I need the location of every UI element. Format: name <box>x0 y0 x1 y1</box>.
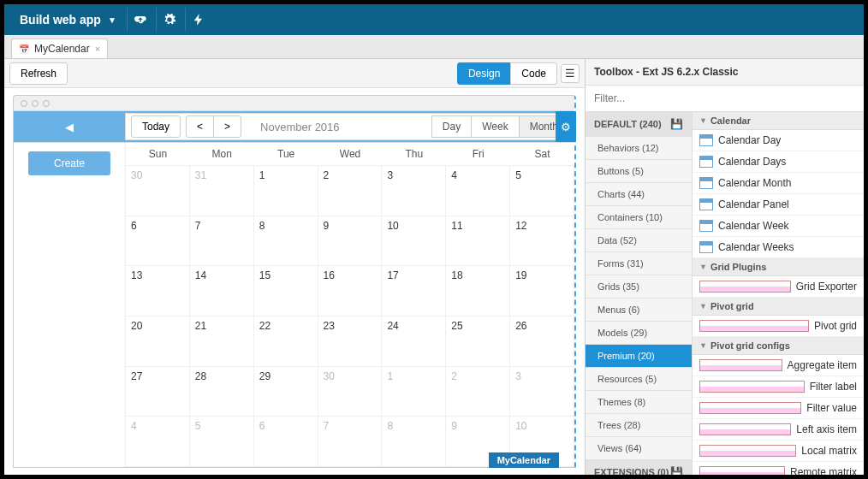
design-button[interactable]: Design <box>457 62 511 85</box>
day-cell[interactable]: 30 <box>318 367 383 417</box>
day-cell[interactable]: 12 <box>510 216 574 266</box>
category-item[interactable]: Themes (8) <box>586 391 692 414</box>
group-header[interactable]: ▼Calendar <box>693 112 864 130</box>
day-cell[interactable]: 3 <box>510 367 574 417</box>
day-cell[interactable]: 18 <box>446 266 510 316</box>
category-item[interactable]: Menus (6) <box>586 299 692 322</box>
bolt-button[interactable] <box>185 8 212 32</box>
day-cell[interactable]: 13 <box>126 266 190 316</box>
day-cell[interactable]: 15 <box>254 266 318 316</box>
component-item[interactable]: Calendar Weeks <box>693 237 864 258</box>
component-item[interactable]: Calendar Days <box>693 151 864 173</box>
day-cell[interactable]: 30 <box>126 166 190 216</box>
component-item[interactable]: Calendar Panel <box>693 194 864 216</box>
day-cell[interactable]: 6 <box>126 216 190 266</box>
day-cell[interactable]: 23 <box>318 316 383 366</box>
create-button[interactable]: Create <box>28 151 110 175</box>
app-title-text: Build web app <box>20 13 101 27</box>
day-cell[interactable]: 4 <box>446 166 510 216</box>
day-cell[interactable]: 25 <box>446 316 510 366</box>
day-cell[interactable]: 4 <box>126 417 190 466</box>
category-item[interactable]: Views (64) <box>586 437 692 460</box>
preview-window: ◀ Today < > November 2016 Day Week Month <box>13 95 576 468</box>
prev-button[interactable]: < <box>186 115 214 138</box>
day-cell[interactable]: 21 <box>190 316 254 366</box>
day-cell[interactable]: 5 <box>190 417 254 466</box>
component-item[interactable]: Left axis item <box>693 419 864 441</box>
week-view-button[interactable]: Week <box>471 115 519 138</box>
today-button[interactable]: Today <box>131 115 181 138</box>
day-view-button[interactable]: Day <box>431 115 472 138</box>
group-header[interactable]: ▼Grid Plugins <box>693 258 864 276</box>
code-button[interactable]: Code <box>510 62 557 85</box>
day-cell[interactable]: 19 <box>510 266 574 316</box>
day-cell[interactable]: 6 <box>254 417 318 466</box>
day-cell[interactable]: 9 <box>318 216 383 266</box>
category-item[interactable]: Charts (44) <box>586 183 692 206</box>
day-cell[interactable]: 11 <box>446 216 510 266</box>
category-item[interactable]: Resources (5) <box>586 368 692 391</box>
day-cell[interactable]: 29 <box>254 367 318 417</box>
component-item[interactable]: Filter label <box>693 376 864 398</box>
category-item[interactable]: Grids (35) <box>586 275 692 299</box>
day-cell[interactable]: 2 <box>446 367 510 417</box>
category-item[interactable]: Trees (28) <box>586 414 692 437</box>
category-item[interactable]: Forms (31) <box>586 252 692 275</box>
day-cell[interactable]: 22 <box>254 316 318 366</box>
next-button[interactable]: > <box>213 115 241 138</box>
category-item[interactable]: Premium (20) <box>586 345 692 368</box>
prev-month-button[interactable]: ◀ <box>14 111 125 142</box>
grid-icon <box>699 423 791 435</box>
day-cell[interactable]: 2 <box>318 166 383 216</box>
day-cell[interactable]: 17 <box>382 266 446 316</box>
day-cell[interactable]: 7 <box>190 216 254 266</box>
day-cell[interactable]: 8 <box>254 216 318 266</box>
component-label: Filter label <box>810 381 857 393</box>
day-cell[interactable]: 16 <box>318 266 383 316</box>
component-item[interactable]: Local matrix <box>693 441 864 462</box>
tab-mycalendar[interactable]: 📅 MyCalendar × <box>11 38 108 58</box>
category-item[interactable]: Buttons (5) <box>586 160 692 183</box>
day-cell[interactable]: 14 <box>190 266 254 316</box>
category-column: DEFAULT (240)💾Behaviors (12)Buttons (5)C… <box>586 112 693 475</box>
day-cell[interactable]: 1 <box>254 166 318 216</box>
day-cell[interactable]: 27 <box>126 367 190 417</box>
day-cell[interactable]: 8 <box>382 417 446 466</box>
category-item[interactable]: Behaviors (12) <box>586 137 692 160</box>
component-item[interactable]: Calendar Week <box>693 216 864 237</box>
cloud-upload-button[interactable] <box>127 8 154 32</box>
group-header[interactable]: ▼Pivot grid configs <box>693 337 864 355</box>
day-cell[interactable]: 5 <box>510 166 574 216</box>
day-cell[interactable]: 20 <box>126 316 190 366</box>
category-item[interactable]: Containers (10) <box>586 206 692 229</box>
grid-icon <box>699 320 809 332</box>
day-cell[interactable]: 31 <box>190 166 254 216</box>
category-item[interactable]: DEFAULT (240)💾 <box>586 112 692 137</box>
day-cell[interactable]: 24 <box>382 316 446 366</box>
component-item[interactable]: Remote matrix <box>693 462 864 475</box>
group-header[interactable]: ▼Pivot grid <box>693 298 864 316</box>
app-title[interactable]: Build web app ▼ <box>11 13 125 27</box>
save-icon: 💾 <box>670 118 683 130</box>
category-item[interactable]: EXTENSIONS (0)💾 <box>586 460 692 475</box>
filter-input[interactable] <box>592 90 857 107</box>
close-icon[interactable]: × <box>95 44 100 54</box>
component-item[interactable]: Filter value <box>693 398 864 419</box>
component-item[interactable]: Pivot grid <box>693 316 864 337</box>
category-item[interactable]: Models (29) <box>586 322 692 345</box>
day-cell[interactable]: 10 <box>382 216 446 266</box>
day-cell[interactable]: 3 <box>382 166 446 216</box>
category-item[interactable]: Data (52) <box>586 229 692 252</box>
component-item[interactable]: Calendar Month <box>693 173 864 194</box>
refresh-button[interactable]: Refresh <box>9 62 68 85</box>
day-cell[interactable]: 28 <box>190 367 254 417</box>
gear-icon[interactable]: ⚙ <box>556 111 576 142</box>
component-item[interactable]: Aggregate item <box>693 355 864 376</box>
component-item[interactable]: Grid Exporter <box>693 276 864 298</box>
day-cell[interactable]: 1 <box>382 367 446 417</box>
menu-icon[interactable]: ☰ <box>561 64 580 83</box>
day-cell[interactable]: 26 <box>510 316 574 366</box>
gear-button[interactable] <box>156 8 183 32</box>
day-cell[interactable]: 7 <box>318 417 383 466</box>
component-item[interactable]: Calendar Day <box>693 130 864 151</box>
